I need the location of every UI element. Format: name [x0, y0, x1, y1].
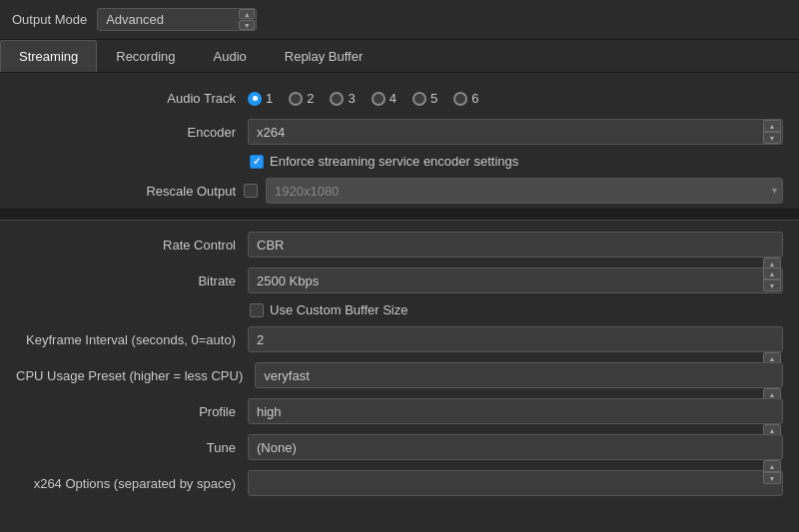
bitrate-row: Bitrate ▲ ▼ — [0, 263, 799, 298]
rescale-checkbox[interactable] — [244, 184, 258, 198]
encoder-select-wrapper: x264 ▲ ▼ — [248, 119, 783, 145]
tune-down[interactable]: ▼ — [763, 472, 781, 484]
profile-control: high ▲ ▼ — [248, 398, 783, 424]
buffer-row: Use Custom Buffer Size — [0, 298, 799, 321]
section-divider — [0, 209, 799, 221]
bitrate-down[interactable]: ▼ — [763, 279, 781, 291]
keyframe-row: Keyframe Interval (seconds, 0=auto) ▲ ▼ — [0, 321, 799, 357]
audio-track-row: Audio Track 1 2 3 4 5 — [0, 83, 799, 114]
keyframe-input[interactable] — [248, 326, 783, 352]
track-5-radio[interactable] — [412, 92, 426, 106]
encoder-up[interactable]: ▲ — [763, 120, 781, 132]
track-6-radio[interactable] — [453, 92, 467, 106]
tune-wrapper: (None) ▲ ▼ — [248, 434, 783, 460]
bitrate-up[interactable]: ▲ — [763, 267, 781, 279]
rescale-select-wrapper: 1920x1080 ▼ — [266, 178, 783, 204]
cpu-preset-wrapper: veryfast ▲ ▼ — [255, 362, 783, 388]
track-5[interactable]: 5 — [412, 91, 437, 106]
enforce-label: Enforce streaming service encoder settin… — [270, 154, 518, 169]
tune-spinner[interactable]: ▲ ▼ — [763, 460, 781, 484]
track-2-radio[interactable] — [289, 92, 303, 106]
output-mode-down[interactable]: ▼ — [239, 20, 255, 30]
track-2-label: 2 — [307, 91, 314, 106]
profile-select[interactable]: high — [248, 398, 783, 424]
rate-control-wrapper: CBR ▲ ▼ — [248, 232, 783, 258]
keyframe-label: Keyframe Interval (seconds, 0=auto) — [16, 332, 236, 347]
rate-control-select[interactable]: CBR — [248, 232, 783, 258]
x264-options-control — [248, 470, 783, 496]
track-4[interactable]: 4 — [372, 91, 397, 106]
rate-control-row: Rate Control CBR ▲ ▼ — [0, 227, 799, 263]
keyframe-control: ▲ ▼ — [248, 326, 783, 352]
tune-up[interactable]: ▲ — [763, 460, 781, 472]
output-mode-select-wrapper[interactable]: Advanced ▲ ▼ — [97, 8, 257, 31]
profile-label: Profile — [16, 404, 236, 419]
track-3-label: 3 — [348, 91, 355, 106]
bitrate-label: Bitrate — [16, 273, 236, 288]
tune-row: Tune (None) ▲ ▼ — [0, 429, 799, 465]
bitrate-spinner[interactable]: ▲ ▼ — [763, 267, 781, 293]
track-4-label: 4 — [390, 91, 397, 106]
track-1-label: 1 — [266, 91, 273, 106]
track-1-radio[interactable] — [248, 92, 262, 106]
bitrate-input[interactable] — [248, 267, 783, 293]
output-mode-spinner[interactable]: ▲ ▼ — [239, 9, 255, 30]
rescale-select[interactable]: 1920x1080 — [266, 178, 783, 204]
profile-row: Profile high ▲ ▼ — [0, 393, 799, 429]
output-mode-select[interactable]: Advanced — [97, 8, 257, 31]
rescale-row: Rescale Output 1920x1080 ▼ — [0, 173, 799, 209]
profile-wrapper: high ▲ ▼ — [248, 398, 783, 424]
encoder-spinner[interactable]: ▲ ▼ — [763, 120, 781, 144]
track-3-radio[interactable] — [330, 92, 344, 106]
tab-streaming[interactable]: Streaming — [0, 40, 97, 72]
audio-track-options: 1 2 3 4 5 6 — [248, 91, 478, 106]
tab-recording[interactable]: Recording — [97, 40, 194, 72]
track-6[interactable]: 6 — [453, 91, 478, 106]
tune-label: Tune — [16, 440, 236, 455]
output-mode-label: Output Mode — [12, 12, 87, 27]
cpu-preset-control: veryfast ▲ ▼ — [255, 362, 783, 388]
track-2[interactable]: 2 — [289, 91, 314, 106]
rate-control-label: Rate Control — [16, 238, 236, 253]
encoder-control: x264 ▲ ▼ — [248, 119, 783, 145]
x264-options-input[interactable] — [248, 470, 783, 496]
track-3[interactable]: 3 — [330, 91, 355, 106]
tab-audio[interactable]: Audio — [195, 40, 266, 72]
track-1[interactable]: 1 — [248, 91, 273, 106]
tabs-bar: Streaming Recording Audio Replay Buffer — [0, 40, 799, 73]
rate-control-control: CBR ▲ ▼ — [248, 232, 783, 258]
enforce-row: Enforce streaming service encoder settin… — [0, 150, 799, 173]
cpu-preset-select[interactable]: veryfast — [255, 362, 783, 388]
audio-track-label: Audio Track — [16, 91, 236, 106]
x264-options-label: x264 Options (separated by space) — [16, 476, 236, 491]
top-bar: Output Mode Advanced ▲ ▼ — [0, 0, 799, 40]
enforce-checkbox[interactable] — [250, 155, 264, 169]
streaming-content: Audio Track 1 2 3 4 5 — [0, 73, 799, 511]
track-6-label: 6 — [471, 91, 478, 106]
buffer-checkbox[interactable] — [250, 303, 264, 317]
bitrate-wrapper: ▲ ▼ — [248, 267, 783, 293]
bitrate-control: ▲ ▼ — [248, 267, 783, 293]
track-4-radio[interactable] — [372, 92, 386, 106]
encoder-select[interactable]: x264 — [248, 119, 783, 145]
tab-replay-buffer[interactable]: Replay Buffer — [266, 40, 383, 72]
encoder-label: Encoder — [16, 125, 236, 140]
buffer-label: Use Custom Buffer Size — [270, 302, 407, 317]
cpu-preset-row: CPU Usage Preset (higher = less CPU) ver… — [0, 357, 799, 393]
cpu-preset-label: CPU Usage Preset (higher = less CPU) — [16, 368, 243, 383]
rescale-label: Rescale Output — [16, 184, 236, 199]
encoder-down[interactable]: ▼ — [763, 132, 781, 144]
x264-options-row: x264 Options (separated by space) — [0, 465, 799, 501]
keyframe-wrapper: ▲ ▼ — [248, 326, 783, 352]
tune-select[interactable]: (None) — [248, 434, 783, 460]
tune-control: (None) ▲ ▼ — [248, 434, 783, 460]
output-mode-up[interactable]: ▲ — [239, 9, 255, 19]
encoder-row: Encoder x264 ▲ ▼ — [0, 114, 799, 150]
track-5-label: 5 — [430, 91, 437, 106]
